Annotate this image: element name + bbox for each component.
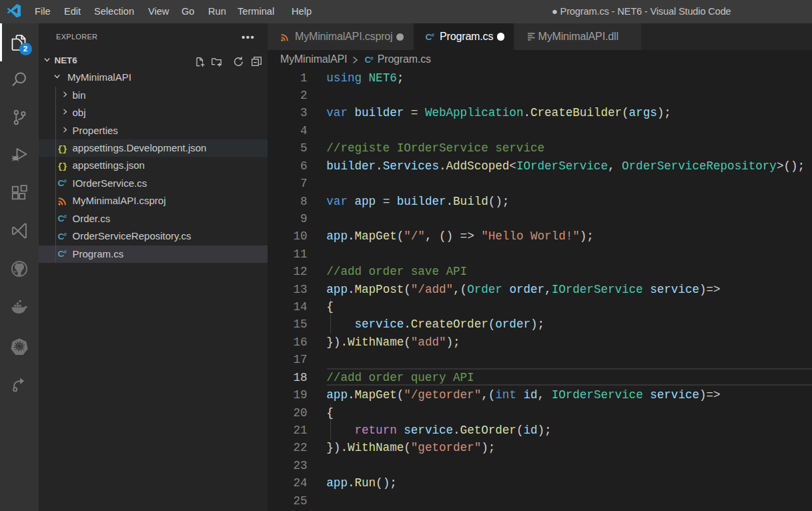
svg-text:#: # [431,32,434,38]
svg-text:#: # [370,55,374,61]
